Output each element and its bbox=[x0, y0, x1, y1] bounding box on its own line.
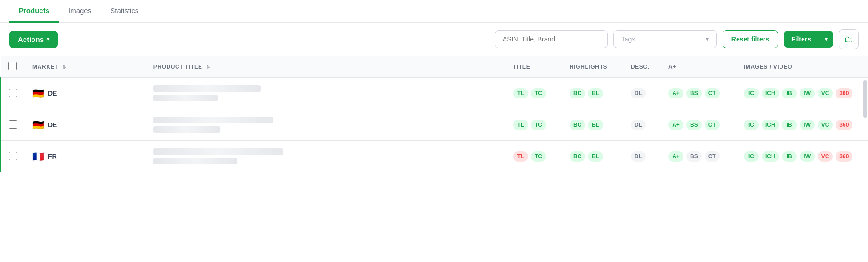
badge: IW bbox=[800, 151, 815, 162]
badge: IB bbox=[782, 120, 797, 130]
reset-filters-button[interactable]: Reset filters bbox=[723, 30, 778, 48]
title-badges: TLTC bbox=[513, 120, 555, 130]
chevron-down-icon: ▾ bbox=[819, 31, 833, 47]
badge: TL bbox=[513, 120, 528, 130]
badge: IC bbox=[744, 120, 759, 130]
desc-badges: DL bbox=[631, 151, 653, 162]
badge: IC bbox=[744, 88, 759, 98]
folder-icon: 🗂 bbox=[844, 34, 853, 45]
product-title-cell bbox=[146, 78, 506, 109]
badge: IC bbox=[744, 151, 759, 162]
desc-badges: DL bbox=[631, 88, 653, 98]
badge: 360 bbox=[836, 151, 852, 162]
highlights-badges-cell: BCBL bbox=[562, 141, 623, 172]
search-input[interactable] bbox=[495, 30, 608, 48]
badge: CT bbox=[705, 120, 720, 130]
images-badges-cell: ICICHIBIWVC360 bbox=[736, 141, 868, 172]
tab-statistics[interactable]: Statistics bbox=[101, 0, 148, 23]
badge: DL bbox=[631, 88, 646, 98]
market-cell: 🇩🇪 DE bbox=[32, 88, 138, 99]
row-checkbox[interactable] bbox=[9, 89, 17, 97]
badge: ICH bbox=[762, 88, 779, 98]
chevron-down-icon: ▾ bbox=[706, 35, 709, 43]
badge: BC bbox=[570, 151, 585, 162]
images-video-header: IMAGES / VIDEO bbox=[736, 56, 868, 78]
badge: IB bbox=[782, 88, 797, 98]
image-badges: ICICHIBIWVC360 bbox=[744, 151, 860, 162]
market-cell: 🇩🇪 DE bbox=[32, 119, 138, 131]
badge: ICH bbox=[762, 151, 779, 162]
aplus-badges-cell: A+BSCT bbox=[661, 109, 736, 141]
blurred-subtitle bbox=[153, 158, 237, 164]
table-row: 🇫🇷 FR TLTCBCBLDLA+BSCTICICHIBIWVC360 bbox=[1, 141, 868, 172]
highlights-badges-cell: BCBL bbox=[562, 78, 623, 109]
blurred-title bbox=[153, 148, 283, 155]
images-badges-cell: ICICHIBIWVC360 bbox=[736, 78, 868, 109]
tags-placeholder: Tags bbox=[621, 35, 635, 43]
title-badges-cell: TLTC bbox=[506, 78, 562, 109]
highlights-badges-cell: BCBL bbox=[562, 109, 623, 141]
flag-icon: 🇩🇪 bbox=[32, 119, 44, 131]
tags-dropdown[interactable]: Tags ▾ bbox=[613, 30, 717, 48]
badge: CT bbox=[705, 151, 720, 162]
badge: TC bbox=[531, 151, 546, 162]
chevron-down-icon: ▾ bbox=[47, 36, 49, 42]
table-header: MARKET ⇅ PRODUCT TITLE ⇅ TITLE HIGHLIGHT… bbox=[1, 56, 868, 78]
badge: VC bbox=[818, 120, 833, 130]
sort-icon: ⇅ bbox=[206, 65, 210, 70]
badge: BS bbox=[686, 88, 702, 98]
filters-button[interactable]: Filters ▾ bbox=[784, 31, 833, 48]
badge: TC bbox=[531, 88, 546, 98]
scrollbar[interactable] bbox=[862, 75, 868, 172]
title-badges: TLTC bbox=[513, 151, 555, 162]
badge: CT bbox=[705, 88, 720, 98]
desc-badges-cell: DL bbox=[623, 78, 661, 109]
row-checkbox[interactable] bbox=[9, 120, 17, 129]
highlight-badges: BCBL bbox=[570, 151, 616, 162]
actions-label: Actions bbox=[18, 35, 44, 43]
blurred-title bbox=[153, 117, 273, 123]
badge: A+ bbox=[668, 151, 683, 162]
product-title-header: PRODUCT TITLE ⇅ bbox=[146, 56, 506, 78]
desc-badges-cell: DL bbox=[623, 141, 661, 172]
tab-bar: Products Images Statistics bbox=[0, 0, 868, 23]
aplus-badges: A+BSCT bbox=[668, 88, 729, 98]
market-code: DE bbox=[48, 121, 57, 129]
select-all-checkbox[interactable] bbox=[8, 62, 17, 70]
badge: TL bbox=[513, 151, 528, 162]
actions-button[interactable]: Actions ▾ bbox=[9, 31, 58, 48]
tab-products[interactable]: Products bbox=[9, 0, 59, 23]
market-code: DE bbox=[48, 90, 57, 97]
desc-badges: DL bbox=[631, 120, 653, 130]
market-code: FR bbox=[48, 153, 57, 160]
product-title-cell bbox=[146, 109, 506, 141]
aplus-header: A+ bbox=[661, 56, 736, 78]
badge: DL bbox=[631, 120, 646, 130]
image-badges: ICICHIBIWVC360 bbox=[744, 88, 860, 98]
images-badges-cell: ICICHIBIWVC360 bbox=[736, 109, 868, 141]
badge: 360 bbox=[836, 120, 852, 130]
title-badges-cell: TLTC bbox=[506, 141, 562, 172]
toolbar: Actions ▾ Tags ▾ Reset filters Filters ▾… bbox=[0, 23, 868, 56]
badge: ICH bbox=[762, 120, 779, 130]
badge: DL bbox=[631, 151, 646, 162]
aplus-badges: A+BSCT bbox=[668, 151, 729, 162]
badge: BL bbox=[588, 88, 603, 98]
badge: A+ bbox=[668, 88, 683, 98]
market-header: MARKET ⇅ bbox=[25, 56, 146, 78]
badge: VC bbox=[818, 151, 833, 162]
blurred-subtitle bbox=[153, 95, 218, 101]
scrollbar-thumb[interactable] bbox=[863, 80, 867, 118]
desc-header: DESC. bbox=[623, 56, 661, 78]
row-checkbox[interactable] bbox=[9, 152, 17, 160]
folder-button[interactable]: 🗂 bbox=[839, 29, 859, 49]
highlight-badges: BCBL bbox=[570, 120, 616, 130]
badge: IW bbox=[800, 88, 815, 98]
badge: BL bbox=[588, 120, 603, 130]
title-badges: TLTC bbox=[513, 88, 555, 98]
tab-images[interactable]: Images bbox=[59, 0, 101, 23]
badge: TC bbox=[531, 120, 546, 130]
badge: VC bbox=[818, 88, 833, 98]
badge: 360 bbox=[836, 88, 852, 98]
aplus-badges-cell: A+BSCT bbox=[661, 141, 736, 172]
